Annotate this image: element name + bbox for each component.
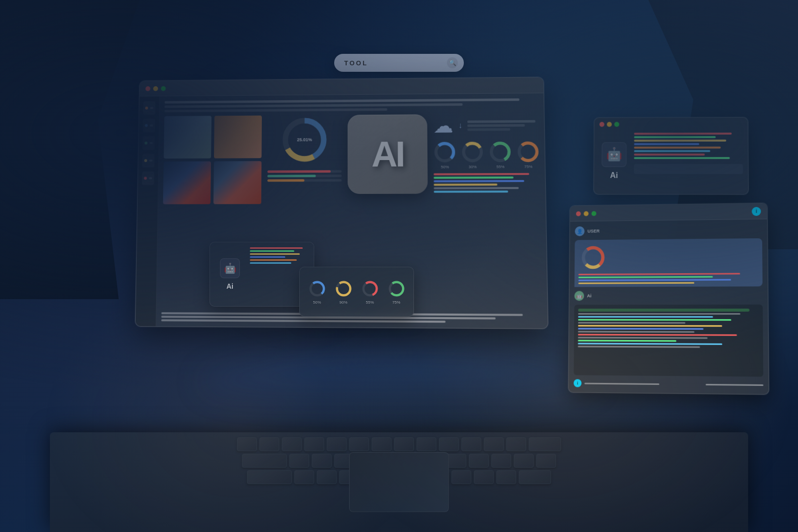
key-tab[interactable] [242, 454, 287, 468]
key[interactable] [484, 437, 504, 451]
key[interactable] [237, 437, 257, 451]
key[interactable] [536, 454, 556, 468]
key[interactable] [439, 437, 459, 451]
key[interactable] [327, 437, 347, 451]
key-enter[interactable] [519, 470, 551, 484]
laptop-touchpad[interactable] [349, 452, 449, 512]
key[interactable] [304, 437, 324, 451]
key-caps[interactable] [247, 470, 292, 484]
key-backspace[interactable] [529, 437, 561, 451]
key[interactable] [469, 454, 489, 468]
key[interactable] [446, 454, 466, 468]
key[interactable] [416, 437, 436, 451]
key[interactable] [372, 437, 392, 451]
key[interactable] [349, 437, 369, 451]
laptop-screen-glow [200, 357, 598, 407]
key[interactable] [496, 470, 516, 484]
key[interactable] [491, 454, 511, 468]
key[interactable] [282, 437, 302, 451]
key[interactable] [294, 470, 314, 484]
key[interactable] [259, 437, 279, 451]
laptop-surface [50, 432, 748, 532]
key[interactable] [394, 437, 414, 451]
key[interactable] [474, 470, 494, 484]
key[interactable] [506, 437, 526, 451]
key[interactable] [289, 454, 309, 468]
key[interactable] [317, 470, 337, 484]
key[interactable] [514, 454, 534, 468]
key[interactable] [451, 470, 471, 484]
key[interactable] [461, 437, 481, 451]
key[interactable] [312, 454, 332, 468]
